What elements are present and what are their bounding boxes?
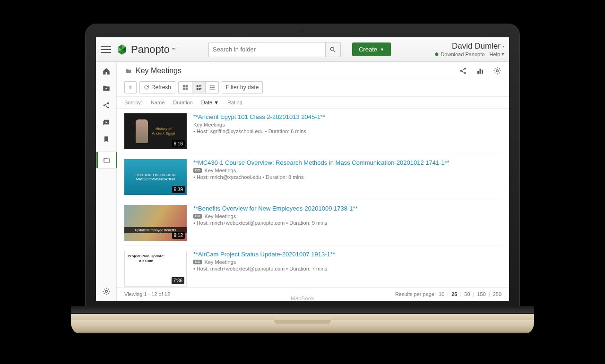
cc-badge: CC <box>193 168 202 173</box>
video-meta: • Host: mrich+webextest@panopto.com • Du… <box>193 266 501 271</box>
camera-icon <box>301 30 304 33</box>
video-title-link[interactable]: **AirCam Project Status Update-20201007 … <box>193 251 501 258</box>
nav-starred[interactable] <box>102 84 111 93</box>
svg-line-6 <box>105 106 107 107</box>
video-list[interactable]: History of Ancient Egypt6:16**Ancient Eg… <box>117 109 509 287</box>
folder-name[interactable]: Key Meetings <box>205 213 236 219</box>
search-input[interactable] <box>209 42 325 57</box>
video-meta: • Host: sgriffin@xyzschool.edu • Duratio… <box>193 128 501 134</box>
svg-point-0 <box>331 47 334 51</box>
list-item-body: **Benefits Overview for New Employees-20… <box>193 205 501 241</box>
laptop-notch <box>274 320 331 324</box>
page-actions <box>459 67 501 75</box>
video-folder: CCKey Meetings <box>193 168 501 173</box>
sort-duration[interactable]: Duration <box>173 100 193 105</box>
sort-label: Sort by: <box>124 100 142 105</box>
svg-rect-34 <box>211 89 215 90</box>
svg-rect-19 <box>183 85 185 87</box>
search-button[interactable] <box>325 42 340 57</box>
laptop-bezel: Panopto™ Create ▼ David Dumler ▾ <box>85 24 520 320</box>
view-compact-list[interactable] <box>205 82 218 93</box>
list-item: RESEARCH METHODS IN MASS COMMUNICATION6:… <box>124 154 501 200</box>
body: Key Meetings <box>96 62 509 301</box>
refresh-button[interactable]: Refresh <box>139 81 175 93</box>
gear-icon <box>493 67 501 75</box>
toolbar: Refresh <box>117 78 509 97</box>
chevron-down-icon: ▼ <box>380 47 384 52</box>
filter-button[interactable]: Filter by date <box>222 81 263 93</box>
chevron-down-icon: ▾ <box>501 51 504 57</box>
video-folder: Key Meetings <box>193 122 501 127</box>
bookmark-icon <box>103 135 110 144</box>
list-item: Project Plan Update: Air Cam7:36**AirCam… <box>124 246 501 287</box>
sort-name[interactable]: Name <box>151 100 164 105</box>
chevron-down-icon: ▾ <box>502 44 504 49</box>
video-title-link[interactable]: **Benefits Overview for New Employees-20… <box>193 205 501 212</box>
video-thumbnail[interactable]: History of Ancient Egypt6:16 <box>124 113 187 149</box>
detail-list-icon <box>196 84 202 91</box>
topbar: Panopto™ Create ▼ David Dumler ▾ <box>96 37 509 62</box>
refresh-icon <box>144 85 149 90</box>
help-link[interactable]: Help ▾ <box>489 51 504 57</box>
video-thumbnail[interactable]: RESEARCH METHODS IN MASS COMMUNICATION6:… <box>124 159 187 195</box>
sort-date[interactable]: Date ▼ <box>201 100 219 105</box>
nav-home[interactable] <box>102 67 111 76</box>
video-title-link[interactable]: **Ancient Egypt 101 Class 2-20201013 204… <box>193 113 501 120</box>
svg-rect-16 <box>480 69 481 74</box>
folder-name[interactable]: Key Meetings <box>205 259 236 265</box>
laptop-frame: Panopto™ Create ▼ David Dumler ▾ <box>85 24 520 333</box>
stats-icon <box>476 67 484 75</box>
svg-rect-21 <box>183 88 185 90</box>
nav-folder[interactable] <box>96 152 117 169</box>
svg-rect-26 <box>196 88 198 90</box>
folder-icon <box>103 156 111 164</box>
sidebar <box>96 62 117 301</box>
sort-rating[interactable]: Rating <box>227 100 242 105</box>
user-area: David Dumler ▾ Download Panopto Help ▾ <box>434 42 504 57</box>
svg-rect-15 <box>477 71 479 74</box>
nav-library[interactable] <box>102 118 111 127</box>
folder-name[interactable]: Key Meetings <box>205 168 236 173</box>
svg-point-9 <box>105 290 107 293</box>
svg-rect-27 <box>199 88 201 89</box>
duration-badge: 6:39 <box>172 186 185 193</box>
nav-bookmark[interactable] <box>102 135 111 144</box>
video-thumbnail[interactable]: 9:12 <box>124 205 187 241</box>
brand-logo[interactable]: Panopto™ <box>116 43 175 56</box>
cc-badge: CC <box>193 214 202 219</box>
create-button[interactable]: Create ▼ <box>352 42 391 56</box>
svg-line-1 <box>334 50 336 52</box>
svg-line-5 <box>105 103 107 105</box>
nav-settings[interactable] <box>102 287 111 296</box>
view-grid[interactable] <box>179 82 192 93</box>
app-screen: Panopto™ Create ▼ David Dumler ▾ <box>96 37 509 301</box>
svg-line-14 <box>462 71 464 73</box>
folder-name[interactable]: Key Meetings <box>193 122 225 127</box>
settings-action[interactable] <box>493 67 501 75</box>
menu-icon[interactable] <box>101 44 111 55</box>
share-action[interactable] <box>459 67 467 75</box>
svg-rect-29 <box>209 85 210 86</box>
svg-rect-20 <box>186 85 188 87</box>
svg-rect-22 <box>186 88 188 90</box>
search-box <box>208 42 341 57</box>
video-title-link[interactable]: **MC430-1 Course Overview: Research Meth… <box>193 159 501 166</box>
svg-rect-33 <box>209 89 210 90</box>
list-item: 9:12**Benefits Overview for New Employee… <box>124 200 501 246</box>
stats-action[interactable] <box>476 67 484 75</box>
view-detail-list[interactable] <box>192 82 205 93</box>
page-header: Key Meetings <box>117 62 509 78</box>
download-link[interactable]: Download Panopto <box>434 51 484 57</box>
top-links: Download Panopto Help ▾ <box>434 51 504 57</box>
gear-icon <box>102 287 111 296</box>
svg-rect-25 <box>199 86 201 87</box>
list-item-body: **AirCam Project Status Update-20201007 … <box>193 251 501 287</box>
up-button[interactable] <box>124 81 137 93</box>
nav-share[interactable] <box>102 101 111 110</box>
user-menu[interactable]: David Dumler ▾ <box>434 42 504 51</box>
sort-bar: Sort by: Name Duration Date ▼ Rating <box>117 97 509 109</box>
share-icon <box>459 67 467 75</box>
share-icon <box>102 101 111 110</box>
video-thumbnail[interactable]: Project Plan Update: Air Cam7:36 <box>124 251 187 287</box>
panopto-logo-icon <box>116 43 128 56</box>
